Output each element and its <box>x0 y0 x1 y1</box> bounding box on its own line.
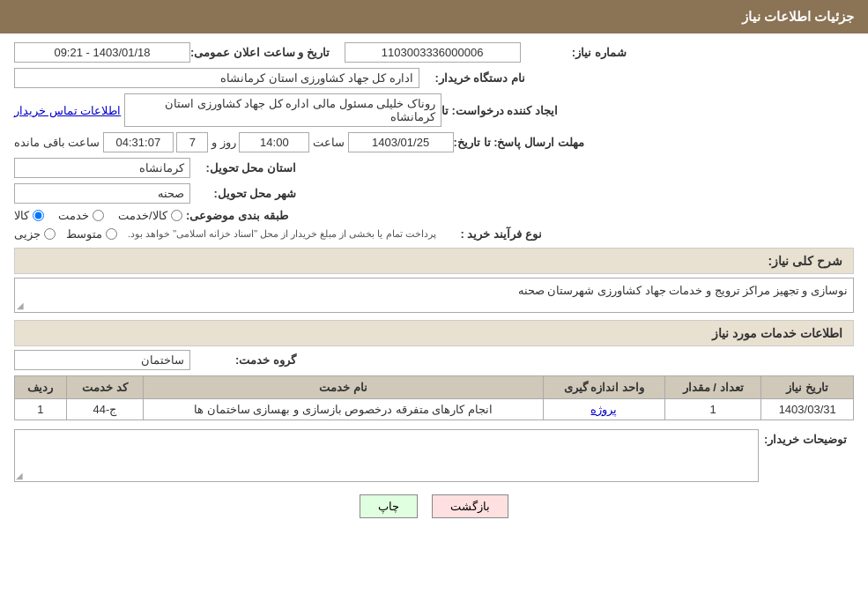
announce-datetime-value: 1403/01/18 - 09:21 <box>14 42 190 63</box>
category-kala-khadamat-option: کالا/خدمت <box>118 209 182 222</box>
process-jozee-radio[interactable] <box>44 228 56 240</box>
category-khadamat-option: خدمت <box>58 209 104 222</box>
buyer-desc-label: توضیحات خریدار: <box>759 429 847 446</box>
category-kala-option: کالا <box>14 209 44 222</box>
col-name-header: نام خدمت <box>144 376 544 399</box>
buyer-desc-section: توضیحات خریدار: ◢ <box>14 429 854 482</box>
city-label: شهر محل تحویل: <box>190 187 296 200</box>
buyer-desc-value <box>14 429 759 482</box>
table-header-row: تاریخ نیاز تعداد / مقدار واحد اندازه گیر… <box>15 376 854 399</box>
need-number-label: شماره نیاز: <box>521 46 627 59</box>
requester-value: روناک خلیلی مسئول مالی اداره کل جهاد کشا… <box>124 93 441 127</box>
process-jozee-option: جزیی <box>14 227 56 241</box>
cell-qty: 1 <box>664 399 760 420</box>
contact-link[interactable]: اطلاعات تماس خریدار <box>14 104 121 117</box>
deadline-days: 7 <box>176 132 208 152</box>
resize-icon: ◢ <box>17 301 24 310</box>
deadline-date: 1403/01/25 <box>348 132 454 152</box>
service-group-row: گروه خدمت: ساختمان <box>14 350 854 370</box>
category-kala-label: کالا <box>14 209 29 222</box>
deadline-days-label: روز و <box>211 136 236 149</box>
deadline-label: مهلت ارسال پاسخ: تا تاریخ: <box>454 136 584 149</box>
process-motavaset-radio[interactable] <box>106 228 117 240</box>
process-note: پرداخت تمام یا بخشی از مبلغ خریدار از مح… <box>128 228 436 240</box>
process-motavaset-option: متوسط <box>66 227 117 241</box>
need-description-container: نوسازی و تجهیز مراکز ترویج و خدمات جهاد … <box>14 278 854 313</box>
button-row: بازگشت چاپ <box>14 494 854 518</box>
col-code-header: کد خدمت <box>66 376 143 399</box>
buyer-org-label: نام دستگاه خریدار: <box>419 71 525 85</box>
back-button[interactable]: بازگشت <box>432 494 508 518</box>
province-label: استان محل تحویل: <box>190 161 296 175</box>
province-row: استان محل تحویل: کرمانشاه <box>14 158 854 178</box>
cell-name: انجام کارهای متفرقه درخصوص بازسازی و بهس… <box>144 399 544 420</box>
page-title: جزئیات اطلاعات نیاز <box>0 0 868 33</box>
cell-date: 1403/03/31 <box>761 399 854 420</box>
cell-row: 1 <box>15 399 67 420</box>
category-kala-khadamat-radio[interactable] <box>171 210 182 221</box>
process-jozee-label: جزیی <box>14 227 41 241</box>
buyer-org-value: اداره کل جهاد کشاورزی استان کرمانشاه <box>14 68 419 88</box>
category-kala-radio[interactable] <box>33 210 44 221</box>
need-description-text: نوسازی و تجهیز مراکز ترویج و خدمات جهاد … <box>518 284 848 297</box>
category-khadamat-radio[interactable] <box>93 210 104 221</box>
province-value: کرمانشاه <box>14 158 190 178</box>
cell-code: ج-44 <box>66 399 143 420</box>
process-type-label: نوع فرآیند خرید : <box>436 227 542 241</box>
buyer-org-row: نام دستگاه خریدار: اداره کل جهاد کشاورزی… <box>14 68 854 88</box>
table-row: 1403/03/31 1 پروژه انجام کارهای متفرقه د… <box>15 399 854 420</box>
city-row: شهر محل تحویل: صحنه <box>14 183 854 204</box>
requester-label: ایجاد کننده درخواست: تا <box>441 104 558 117</box>
deadline-time-label: ساعت <box>313 136 345 149</box>
category-label: طبقه بندی موضوعی: <box>182 209 288 222</box>
need-number-value: 1103003336000006 <box>345 42 521 63</box>
textarea-resize-icon: ◢ <box>16 471 23 480</box>
deadline-time: 14:00 <box>239 132 309 152</box>
deadline-remaining-label: ساعت باقی مانده <box>14 136 100 149</box>
col-qty-header: تعداد / مقدار <box>664 376 760 399</box>
need-description-section-title: شرح کلی نیاز: <box>14 248 854 274</box>
need-description-label: شرح کلی نیاز: <box>768 254 842 268</box>
cell-unit: پروژه <box>543 399 664 420</box>
col-row-header: ردیف <box>15 376 67 399</box>
print-button[interactable]: چاپ <box>360 494 418 518</box>
city-value: صحنه <box>14 183 190 204</box>
col-unit-header: واحد اندازه گیری <box>543 376 664 399</box>
category-kala-khadamat-label: کالا/خدمت <box>118 209 167 222</box>
requester-row: ایجاد کننده درخواست: تا روناک خلیلی مسئو… <box>14 93 854 127</box>
category-row: طبقه بندی موضوعی: کالا/خدمت خدمت کالا <box>14 209 854 222</box>
services-table: تاریخ نیاز تعداد / مقدار واحد اندازه گیر… <box>14 375 854 420</box>
announce-datetime-label: تاریخ و ساعت اعلان عمومی: <box>190 46 330 59</box>
need-number-row: شماره نیاز: 1103003336000006 تاریخ و ساع… <box>14 42 854 63</box>
process-motavaset-label: متوسط <box>66 227 102 241</box>
services-section-title: اطلاعات خدمات مورد نیاز <box>14 320 854 346</box>
category-khadamat-label: خدمت <box>58 209 89 222</box>
service-group-value: ساختمان <box>14 350 190 370</box>
deadline-row: مهلت ارسال پاسخ: تا تاریخ: 1403/01/25 سا… <box>14 132 854 152</box>
service-group-label: گروه خدمت: <box>190 353 296 367</box>
col-date-header: تاریخ نیاز <box>761 376 854 399</box>
need-description-value: نوسازی و تجهیز مراکز ترویج و خدمات جهاد … <box>14 278 854 313</box>
process-type-row: نوع فرآیند خرید : پرداخت تمام یا بخشی از… <box>14 227 854 241</box>
deadline-remaining: 04:31:07 <box>103 132 174 152</box>
